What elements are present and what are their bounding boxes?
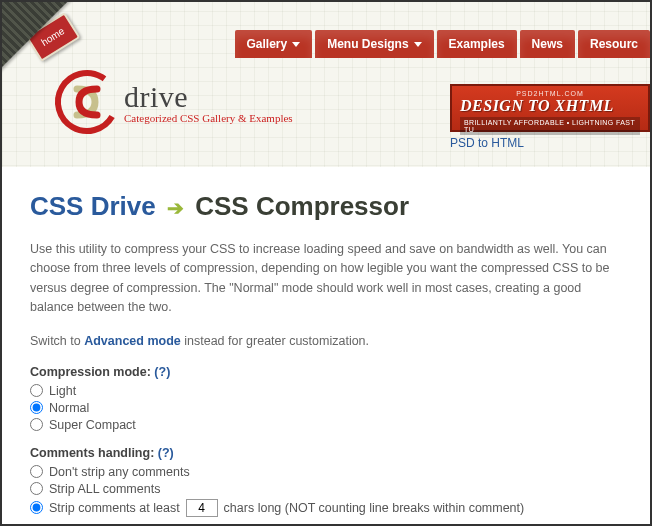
compression-radio-super-compact[interactable] xyxy=(30,418,43,431)
ad-banner[interactable]: PSD2HTML.COM DESIGN TO XHTML BRILLIANTLY… xyxy=(450,84,650,132)
comments-radio-length[interactable] xyxy=(30,501,43,514)
compression-title: Compression mode: xyxy=(30,365,151,379)
nav-item-examples[interactable]: Examples xyxy=(437,30,517,58)
compression-option-light[interactable]: Light xyxy=(30,384,622,398)
nav-item-menu-designs[interactable]: Menu Designs xyxy=(315,30,433,58)
chevron-down-icon xyxy=(292,42,300,47)
comments-option-all[interactable]: Strip ALL comments xyxy=(30,482,622,496)
compression-radio-light[interactable] xyxy=(30,384,43,397)
comments-radio-none[interactable] xyxy=(30,465,43,478)
advanced-mode-link[interactable]: Advanced mode xyxy=(84,334,181,348)
logo-title: drive xyxy=(124,80,293,114)
corner-ribbon xyxy=(2,2,90,90)
nav-item-gallery[interactable]: Gallery xyxy=(235,30,313,58)
breadcrumb-root[interactable]: CSS Drive xyxy=(30,191,156,221)
breadcrumb-current: CSS Compressor xyxy=(195,191,409,221)
comments-title: Comments handling: xyxy=(30,446,154,460)
nav-item-news[interactable]: News xyxy=(520,30,575,58)
chevron-down-icon xyxy=(414,42,422,47)
nav-item-resourc[interactable]: Resourc xyxy=(578,30,650,58)
comments-radio-all[interactable] xyxy=(30,482,43,495)
ad-block: PSD2HTML.COM DESIGN TO XHTML BRILLIANTLY… xyxy=(450,84,650,150)
compression-mode-group: Compression mode: (?) LightNormalSuper C… xyxy=(30,365,622,432)
breadcrumb-arrow-icon: ➔ xyxy=(167,197,184,219)
logo-subtitle: Categorized CSS Gallery & Examples xyxy=(124,112,293,124)
intro-text: Use this utility to compress your CSS to… xyxy=(30,240,622,318)
compression-radio-normal[interactable] xyxy=(30,401,43,414)
compression-option-normal[interactable]: Normal xyxy=(30,401,622,415)
comments-help-icon[interactable]: (?) xyxy=(158,446,174,460)
ad-link[interactable]: PSD to HTML xyxy=(450,136,524,150)
mode-switch-text: Switch to Advanced mode instead for grea… xyxy=(30,332,622,351)
comments-handling-group: Comments handling: (?) Don't strip any c… xyxy=(30,446,622,517)
comments-length-input[interactable] xyxy=(186,499,218,517)
comments-option-length[interactable]: Strip comments at least chars long (NOT … xyxy=(30,499,622,517)
page-title: CSS Drive ➔ CSS Compressor xyxy=(30,191,622,222)
compression-help-icon[interactable]: (?) xyxy=(154,365,170,379)
main-content: CSS Drive ➔ CSS Compressor Use this util… xyxy=(2,167,650,526)
compression-option-super-compact[interactable]: Super Compact xyxy=(30,418,622,432)
comments-option-none[interactable]: Don't strip any comments xyxy=(30,465,622,479)
main-nav: GalleryMenu DesignsExamplesNewsResourc xyxy=(235,30,651,58)
